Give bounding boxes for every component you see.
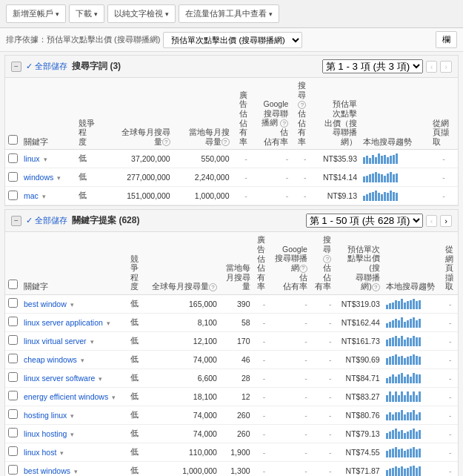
section2-row-checkbox-1[interactable] (8, 317, 18, 326)
section2-competition-7: 低 (127, 424, 143, 443)
section2-keyword-arrow-6[interactable]: ▾ (70, 412, 74, 420)
sort-select[interactable]: 預估單次點擊出價 (搜尋聯播網) (163, 32, 302, 48)
section1-keyword-arrow-2[interactable]: ▾ (42, 193, 46, 200)
section2-row-checkbox-2[interactable] (8, 335, 18, 345)
section1-row-checkbox-1[interactable] (8, 172, 18, 182)
section1-extract-1: - (430, 168, 458, 187)
section2-search-6: - (310, 406, 335, 424)
estimate-button[interactable]: 在流量估算工具中查看 ▾ (179, 4, 279, 23)
section2-google-info-icon[interactable]: ? (299, 265, 307, 273)
section2-google-9: - (268, 461, 310, 476)
download-button[interactable]: 下載 ▾ (69, 4, 104, 23)
section1-keyword-link-1[interactable]: windows (24, 173, 53, 182)
section1-extract-0: - (430, 150, 458, 168)
section1-row-checkbox-0[interactable] (8, 153, 18, 163)
section2-local-6: 260 (220, 406, 253, 424)
section2-prev-button[interactable]: ‹ (426, 215, 438, 227)
section2-keyword-link-1[interactable]: linux server application (24, 318, 103, 327)
section1-search-1: - (291, 168, 309, 187)
section1-header-cpc: 預估單次點擊出價（搜尋聯播網） (309, 78, 360, 150)
section2-keyword-link-6[interactable]: hosting linux (24, 411, 67, 420)
section2-row-checkbox-6[interactable] (8, 409, 18, 419)
section2-cpc-5: NT$83.27 (334, 387, 382, 406)
section1-prev-button[interactable]: ‹ (426, 61, 438, 73)
section1-pager-select[interactable]: 第 1 - 3 項 (共 3 項) (322, 59, 423, 73)
section2-keyword-arrow-0[interactable]: ▾ (70, 301, 74, 308)
section2-keyword-link-8[interactable]: linux host (24, 448, 56, 457)
section2-competition-4: 低 (127, 368, 143, 387)
section1-keyword-arrow-0[interactable]: ▾ (44, 156, 47, 163)
section2-check-all[interactable] (8, 280, 18, 289)
table-row: linux ▾ 低 37,200,000 550,000 - - - NT$35… (5, 150, 458, 168)
section2-keyword-link-2[interactable]: linux virtual server (24, 337, 87, 346)
section2-keyword-arrow-9[interactable]: ▾ (74, 468, 78, 475)
estimate-label: 在流量估算工具中查看 (185, 8, 267, 19)
section2-trend-3 (383, 350, 443, 368)
section2-title: 關鍵字提案 (628) (72, 214, 139, 227)
section2-row-checkbox-9[interactable] (8, 465, 18, 475)
section1-global-info-icon[interactable]: ? (162, 138, 170, 146)
section2-cpc-info-icon[interactable]: ? (372, 283, 380, 291)
section2-keyword-8: linux host ▾ (21, 443, 127, 461)
section1-google-1: - (250, 168, 292, 187)
section2-keyword-arrow-7[interactable]: ▾ (70, 431, 74, 438)
section2-row-checkbox-5[interactable] (8, 391, 18, 400)
section2-keyword-link-9[interactable]: best windows (24, 466, 70, 475)
add-to-account-button[interactable]: 新增至帳戶 ▾ (6, 4, 66, 23)
table-row: linux server application ▾ 低 8,100 58 - … (5, 313, 458, 331)
columns-button[interactable]: 欄 (436, 31, 457, 48)
section2-local-0: 390 (220, 294, 253, 313)
section2-row-checkbox-7[interactable] (8, 428, 18, 437)
section2-row-checkbox-4[interactable] (8, 372, 18, 382)
section2-row-checkbox-3[interactable] (8, 354, 18, 363)
section2-keyword-link-3[interactable]: cheap windows (24, 355, 77, 364)
section2-global-3: 74,000 (142, 350, 219, 368)
section1-search-info-icon[interactable]: ? (298, 101, 306, 109)
section1-save-all-button[interactable]: ✓ 全部儲存 (26, 61, 67, 72)
section2-save-all-button[interactable]: ✓ 全部儲存 (26, 215, 67, 226)
text-view-button[interactable]: 以純文字檢視 ▾ (107, 4, 176, 23)
section2-collapse-button[interactable]: − (11, 216, 21, 226)
section1-row-checkbox-2[interactable] (8, 191, 18, 200)
section2-next-button[interactable]: › (440, 215, 452, 227)
section2-keyword-arrow-3[interactable]: ▾ (81, 357, 84, 364)
section2-header-search: 搜尋?估佔有率 (310, 232, 335, 294)
section2-google-2: - (268, 331, 310, 350)
table-row: linux virtual server ▾ 低 12,100 170 - - … (5, 331, 458, 350)
section1-header-keyword: 關鍵字 (21, 78, 76, 150)
section2-global-info-icon[interactable]: ? (209, 283, 217, 291)
section2-global-8: 110,000 (142, 443, 219, 461)
section2-trend-bar-4 (386, 371, 421, 383)
section1-keyword-arrow-1[interactable]: ▾ (57, 174, 61, 182)
section2-local-8: 1,900 (220, 443, 253, 461)
section2-row-checkbox-8[interactable] (8, 446, 18, 456)
section2-ad-1: - (253, 313, 269, 331)
section2-keyword-link-4[interactable]: linux server software (24, 374, 95, 383)
section2-keyword-arrow-2[interactable]: ▾ (90, 338, 94, 346)
section2-row-checkbox-0[interactable] (8, 298, 18, 308)
section2-keyword-arrow-5[interactable]: ▾ (112, 394, 116, 401)
section1-local-info-icon[interactable]: ? (221, 138, 230, 146)
section1-header: − ✓ 全部儲存 搜尋字詞 (3) 第 1 - 3 項 (共 3 項) ‹ › (5, 56, 458, 78)
section1-keyword-link-0[interactable]: linux (24, 154, 40, 163)
section2-keyword-link-7[interactable]: linux hosting (24, 429, 67, 438)
section1-check-all[interactable] (8, 135, 18, 145)
section1-collapse-button[interactable]: − (11, 62, 21, 72)
section1-keyword-link-2[interactable]: mac (24, 191, 39, 200)
section2-keyword-link-0[interactable]: best window (24, 300, 67, 308)
section2-keyword-arrow-4[interactable]: ▾ (99, 375, 102, 383)
section2-global-0: 165,000 (142, 294, 219, 313)
section2-local-4: 28 (220, 368, 253, 387)
section2-keyword-link-5[interactable]: energy efficient windows (24, 392, 108, 401)
section1-next-button[interactable]: › (440, 61, 452, 73)
section2-google-1: - (268, 313, 310, 331)
add-arrow: ▾ (56, 10, 59, 18)
section2-google-3: - (268, 350, 310, 368)
section2-keyword-arrow-1[interactable]: ▾ (107, 320, 110, 327)
section2-keyword-arrow-8[interactable]: ▾ (60, 449, 64, 457)
section1-google-info-icon[interactable]: ? (280, 119, 288, 128)
section2-local-1: 58 (220, 313, 253, 331)
section2-search-info-icon[interactable]: ? (323, 255, 331, 263)
table-row: windows ▾ 低 277,000,000 2,240,000 - - - … (5, 168, 458, 187)
section2-pager-select[interactable]: 第 1 - 50 項 (共 628 項) (306, 214, 423, 228)
